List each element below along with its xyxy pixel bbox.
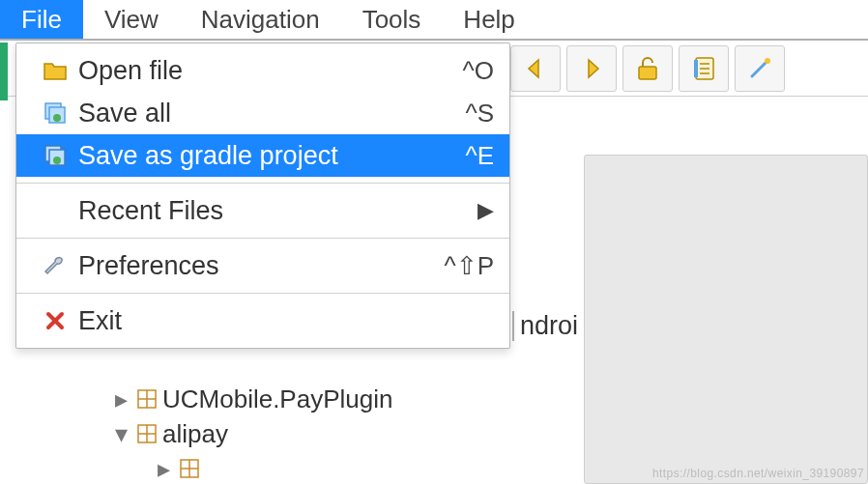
arrow-right-icon	[579, 57, 604, 80]
menu-item-shortcut: ^S	[465, 99, 494, 128]
package-tree: ▸ UCMobile.PayPlugin ▾ alipay ▸	[29, 382, 392, 484]
menu-help[interactable]: Help	[442, 0, 535, 39]
menu-save-all[interactable]: Save all ^S	[16, 92, 509, 134]
svg-point-7	[765, 58, 770, 64]
tree-row-alipay[interactable]: ▾ alipay	[29, 416, 392, 451]
tree-label: alipay	[162, 419, 228, 449]
twist-down-icon: ▾	[110, 419, 131, 449]
svg-point-19	[53, 114, 61, 122]
twist-right-icon: ▸	[110, 384, 131, 414]
menu-open-file[interactable]: Open file ^O	[16, 49, 509, 92]
svg-rect-5	[694, 60, 698, 77]
tree-row-ucmobile[interactable]: ▸ UCMobile.PayPlugin	[29, 382, 392, 416]
save-all-icon	[40, 99, 71, 128]
menu-item-label: Save as gradle project	[71, 141, 465, 171]
menu-item-label: Recent Files	[71, 196, 477, 226]
package-icon	[180, 459, 199, 478]
menu-preferences[interactable]: Preferences ^⇧P	[16, 244, 509, 287]
forward-button[interactable]	[566, 45, 617, 92]
notes-button[interactable]	[679, 45, 729, 92]
menu-view[interactable]: View	[83, 0, 180, 39]
edge-marker	[0, 43, 8, 100]
svg-rect-0	[639, 67, 656, 79]
open-lock-icon	[633, 55, 662, 82]
wrench-icon	[40, 251, 71, 280]
submenu-arrow-icon: ▶	[477, 198, 494, 223]
menu-item-shortcut: ^⇧P	[444, 251, 494, 281]
package-icon	[137, 389, 157, 409]
package-icon	[137, 424, 157, 443]
arrow-left-icon	[523, 57, 548, 80]
menu-separator	[16, 293, 509, 294]
notebook-icon	[691, 55, 716, 82]
lock-open-button[interactable]	[622, 45, 673, 92]
menu-item-label: Exit	[71, 306, 494, 336]
editor-panel	[584, 155, 868, 484]
file-menu-dropdown: Open file ^O Save all ^S Save as gradle …	[15, 43, 510, 349]
menu-save-gradle[interactable]: Save as gradle project ^E	[16, 134, 509, 177]
menu-navigation[interactable]: Navigation	[180, 0, 341, 39]
menu-separator	[16, 238, 509, 239]
menu-item-shortcut: ^E	[465, 141, 494, 171]
blank-icon	[40, 196, 71, 225]
menu-tools[interactable]: Tools	[341, 0, 443, 39]
menubar: File View Navigation Tools Help	[0, 0, 868, 41]
menu-item-label: Open file	[71, 56, 463, 86]
menu-item-shortcut: ^O	[463, 56, 494, 86]
close-icon	[40, 306, 71, 335]
svg-line-6	[752, 61, 767, 76]
menu-item-label: Save all	[71, 99, 465, 128]
tree-row-child[interactable]: ▸	[29, 451, 392, 484]
twist-right-icon: ▸	[153, 454, 174, 484]
watermark-text: https://blog.csdn.net/weixin_39190897	[652, 467, 864, 480]
tree-label: UCMobile.PayPlugin	[162, 384, 392, 414]
svg-point-22	[53, 157, 61, 164]
back-button[interactable]	[510, 45, 561, 92]
menu-exit[interactable]: Exit	[16, 299, 509, 342]
wand-icon	[746, 55, 773, 82]
folder-icon	[40, 56, 71, 85]
menu-file[interactable]: File	[0, 0, 83, 39]
menu-separator	[16, 183, 509, 184]
wand-button[interactable]	[735, 45, 785, 92]
menu-item-label: Preferences	[71, 251, 444, 281]
save-gradle-icon	[40, 141, 71, 170]
menu-recent-files[interactable]: Recent Files ▶	[16, 189, 509, 232]
class-label-fragment: ndroi	[512, 311, 578, 341]
